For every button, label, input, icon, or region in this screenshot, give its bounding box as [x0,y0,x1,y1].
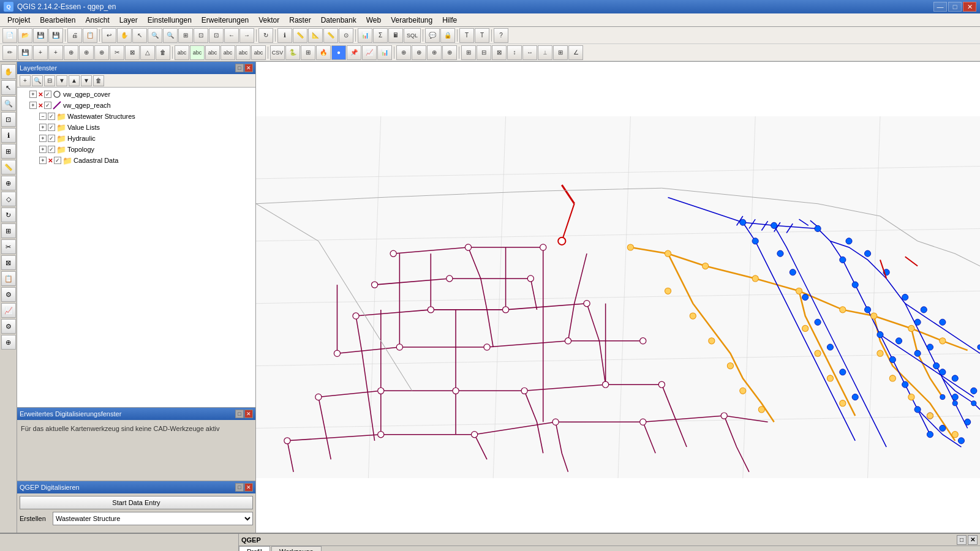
more7[interactable]: ⊞ [553,45,568,60]
ruler-tool[interactable]: 📏 [1,160,16,174]
snap3[interactable]: ⊕ [427,45,442,60]
check-ww-structures[interactable] [48,113,55,120]
expand-reach[interactable]: + [29,102,37,109]
identify-tool[interactable]: ↖ [1,80,16,95]
layer-filter-btn[interactable]: 🔍 [32,75,43,86]
tab-profil[interactable]: Profil [239,546,270,551]
layer-delete-btn[interactable]: 🗑 [93,75,104,86]
menu-datenbank[interactable]: Datenbank [316,15,361,26]
more5[interactable]: ↔ [522,45,537,60]
menu-projekt[interactable]: Projekt [2,15,35,26]
text2-button[interactable]: T [475,28,489,43]
layer-row-reach[interactable]: + ✕ vw_qgep_reach [17,100,255,111]
stats-button[interactable]: Σ [373,28,388,43]
split-tool[interactable]: ✂ [1,239,16,254]
georef-btn[interactable]: ⊞ [301,45,315,60]
layer-filter2-btn[interactable]: ⊟ [44,75,55,86]
compose-button[interactable]: 📋 [83,28,97,43]
qgep-close-btn[interactable]: ✕ [968,535,978,545]
pan-button[interactable]: ✋ [117,28,132,43]
more1[interactable]: ⊞ [461,45,476,60]
more2[interactable]: ⊟ [477,45,491,60]
layer-row-cadastral[interactable]: + ✕ 📁 Cadastral Data [17,155,255,166]
measure-button[interactable]: 📏 [293,28,307,43]
qgep-tool[interactable]: ⚙ [1,287,16,302]
snap4[interactable]: ⊕ [442,45,457,60]
menu-erweiterungen[interactable]: Erweiterungen [197,15,254,26]
qgep-expand-btn[interactable]: □ [957,535,967,545]
digitize5[interactable]: ⊠ [125,45,140,60]
open-button[interactable]: 📂 [18,28,32,43]
identify-button[interactable]: ℹ [277,28,292,43]
cad-close-btn[interactable]: ✕ [244,410,253,418]
expand-topology[interactable]: + [39,146,47,153]
calc-button[interactable]: 🖩 [388,28,403,43]
zoom-prev-button[interactable]: ← [224,28,239,43]
layer-up-btn[interactable]: ▲ [69,75,80,86]
zoom-out-button[interactable]: 🔍 [163,28,178,43]
check-reach[interactable] [44,102,51,109]
menu-vektor[interactable]: Vektor [254,15,284,26]
help-button[interactable]: ? [494,28,508,43]
expand-ww-structures[interactable]: − [39,113,47,120]
layer-down-btn[interactable]: ▼ [81,75,92,86]
digitize3[interactable]: ⊕ [94,45,109,60]
menu-hilfe[interactable]: Hilfe [437,15,462,26]
measure2-button[interactable]: 📐 [308,28,323,43]
measure4-button[interactable]: ⊙ [339,28,353,43]
measure3-button[interactable]: 📏 [323,28,338,43]
chart-btn[interactable]: 📈 [362,45,377,60]
fire-btn[interactable]: 🔥 [316,45,331,60]
menu-ansicht[interactable]: Ansicht [80,15,114,26]
check-cover[interactable] [44,91,51,98]
print-button[interactable]: 🖨 [67,28,82,43]
digitize6[interactable]: △ [140,45,155,60]
layer-row-value-lists[interactable]: + 📁 Value Lists [17,122,255,133]
zoom-selected-button[interactable]: ⊡ [194,28,208,43]
label4[interactable]: abc [221,45,235,60]
save-edit-btn[interactable]: 💾 [18,45,32,60]
chat-button[interactable]: 💬 [425,28,440,43]
menu-bearbeiten[interactable]: Bearbeiten [35,15,80,26]
close-button[interactable]: ✕ [963,2,976,12]
blue-btn[interactable]: ● [331,45,346,60]
digitize1[interactable]: ⊕ [64,45,78,60]
new-button[interactable]: 📄 [2,28,17,43]
layer-row-cover[interactable]: + ✕ vw_qgep_cover [17,89,255,100]
minimize-button[interactable]: — [933,2,947,12]
lock-button[interactable]: 🔒 [440,28,455,43]
map-area[interactable] [256,62,980,533]
label5[interactable]: abc [236,45,251,60]
layer-row-hydraulic[interactable]: + 📁 Hydraulic [17,133,255,144]
tab-werkzeuge[interactable]: Werkzeuge [271,546,321,551]
pin-btn[interactable]: 📌 [347,45,361,60]
info-tool[interactable]: ℹ [1,128,16,143]
profile-tool[interactable]: 📈 [1,303,16,318]
rotate-tool[interactable]: ↻ [1,208,16,222]
move-tool[interactable]: ⊕ [1,176,16,190]
attr-table-button[interactable]: 📊 [358,28,372,43]
edit-btn[interactable]: ✏ [2,45,17,60]
layer-row-ww-structures[interactable]: − 📁 Wastewater Structures [17,111,255,122]
maximize-button[interactable]: □ [948,2,962,12]
save-button[interactable]: 💾 [33,28,48,43]
sql-button[interactable]: SQL [404,28,421,43]
zoom-layer-button[interactable]: ⊡ [209,28,224,43]
check-hydraulic[interactable] [48,135,55,142]
digitize2[interactable]: ⊕ [79,45,94,60]
attr-tool[interactable]: 📋 [1,271,16,286]
undo-button[interactable]: ↩ [102,28,116,43]
zoom-next-button[interactable]: → [239,28,254,43]
delete-btn[interactable]: 🗑 [156,45,170,60]
expand-cadastral[interactable]: + [39,157,47,164]
check-topology[interactable] [48,146,55,153]
more3[interactable]: ⊠ [492,45,507,60]
zoom-full-button[interactable]: ⊞ [178,28,193,43]
menu-einstellungen[interactable]: Einstellungen [143,15,197,26]
scale-tool[interactable]: ⊞ [1,223,16,238]
add-feat-btn[interactable]: + [33,45,48,60]
snap2[interactable]: ⊕ [412,45,426,60]
cad-restore-btn[interactable]: □ [235,410,244,418]
more4[interactable]: ↕ [507,45,522,60]
check-value-lists[interactable] [48,124,55,131]
